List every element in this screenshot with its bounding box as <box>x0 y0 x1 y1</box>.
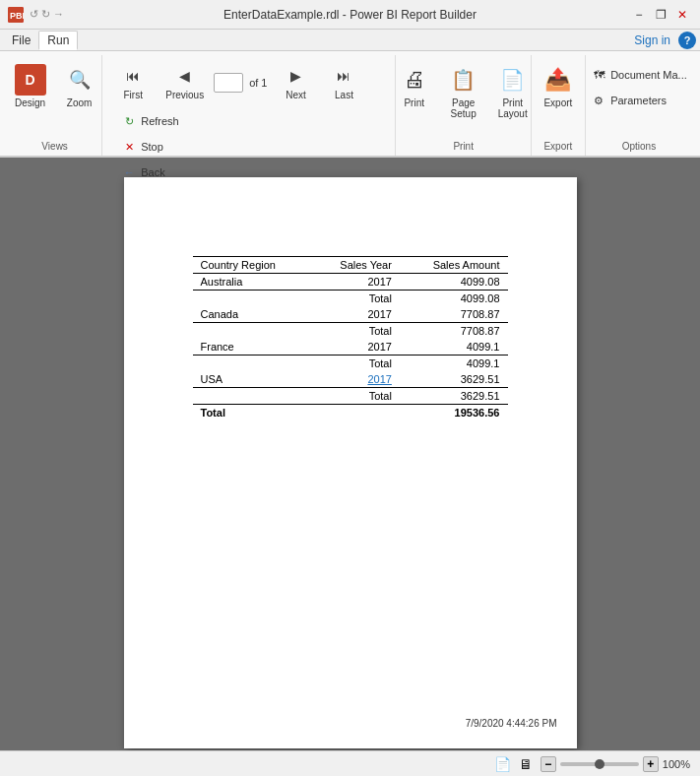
previous-button[interactable]: ◀ Previous <box>159 59 211 105</box>
menu-file[interactable]: File <box>4 32 38 49</box>
status-bar: 📄 🖥 − + 100% <box>0 750 700 776</box>
print-layout-button[interactable]: 📄 Print Layout <box>490 59 536 124</box>
print-label: Print <box>453 139 474 152</box>
refresh-button[interactable]: ↻ Refresh <box>114 109 186 133</box>
table-row: France 2017 4099.1 <box>193 339 508 356</box>
parameters-icon: ⚙ <box>591 93 606 108</box>
grand-total-row: Total 19536.56 <box>193 405 508 421</box>
cell-year: Total <box>311 291 400 307</box>
col-header-year: Sales Year <box>311 257 400 274</box>
last-button[interactable]: ⏭ Last <box>321 59 366 105</box>
first-icon: ⏮ <box>117 64 149 88</box>
report-page: Country Region Sales Year Sales Amount A… <box>124 177 577 748</box>
cell-country: Canada <box>193 306 312 323</box>
page-setup-button[interactable]: 📋 Page Setup <box>441 59 486 124</box>
cell-country <box>193 356 312 372</box>
design-button[interactable]: D Design <box>8 59 53 113</box>
ribbon-group-print: 🖨 Print 📋 Page Setup 📄 Print Layout Prin… <box>396 55 531 156</box>
table-row: Total 4099.1 <box>193 356 508 372</box>
zoom-control: − + 100% <box>541 756 690 772</box>
main-area: Country Region Sales Year Sales Amount A… <box>0 158 700 750</box>
ribbon-group-options: 🗺 Document Ma... ⚙ Parameters Options <box>586 55 692 156</box>
cell-country <box>193 388 312 405</box>
app-icon: PBI <box>8 7 24 23</box>
cell-amount: 7708.87 <box>400 306 508 323</box>
page-icon: 📄 <box>494 756 511 772</box>
cell-country: Australia <box>193 274 312 291</box>
col-header-amount: Sales Amount <box>400 257 508 274</box>
next-icon: ▶ <box>280 64 311 88</box>
sign-in-link[interactable]: Sign in <box>634 33 670 47</box>
document-map-icon: 🗺 <box>591 67 606 83</box>
zoom-button[interactable]: 🔍 Zoom <box>57 59 102 113</box>
report-table: Country Region Sales Year Sales Amount A… <box>193 256 508 420</box>
report-footer: 7/9/2020 4:44:26 PM <box>466 718 557 729</box>
cell-year: 2017 <box>311 306 400 323</box>
nav-arrows-row: ⏮ First ◀ Previous 1 of 1 ▶ Next <box>110 59 366 105</box>
ribbon-group-export: 📤 Export Export <box>532 55 586 156</box>
ribbon-group-views: D Design 🔍 Zoom Views <box>8 55 102 156</box>
table-row: Total 7708.87 <box>193 323 508 340</box>
minimize-button[interactable]: − <box>629 7 649 23</box>
table-row: Total 4099.08 <box>193 291 508 307</box>
table-row: Total 3629.51 <box>193 388 508 405</box>
cell-country <box>193 323 312 340</box>
cell-year: Total <box>311 388 400 405</box>
cell-country: France <box>193 339 312 356</box>
refresh-icon: ↻ <box>121 113 137 129</box>
options-buttons: 🗺 Document Ma... ⚙ Parameters <box>584 59 694 112</box>
window-title: EnterDataExample.rdl - Power BI Report B… <box>223 8 477 22</box>
next-button[interactable]: ▶ Next <box>273 59 318 105</box>
cell-amount: 4099.08 <box>400 274 508 291</box>
cell-amount: 3629.51 <box>400 388 508 405</box>
nav-buttons: ⏮ First ◀ Previous 1 of 1 ▶ Next <box>110 59 387 184</box>
print-icon: 🖨 <box>399 64 430 96</box>
page-number-input[interactable]: 1 <box>214 73 243 93</box>
menu-right: Sign in ? <box>634 32 696 49</box>
grand-total-empty <box>311 405 400 421</box>
document-map-button[interactable]: 🗺 Document Ma... <box>584 63 694 87</box>
table-header-row: Country Region Sales Year Sales Amount <box>193 257 508 274</box>
cell-country: USA <box>193 371 312 388</box>
restore-button[interactable]: ❐ <box>651 7 670 23</box>
export-label: Export <box>543 139 572 152</box>
print-button[interactable]: 🖨 Print <box>392 59 437 113</box>
print-layout-icon: 📄 <box>497 64 529 96</box>
cell-amount: 4099.1 <box>400 356 508 372</box>
ribbon: D Design 🔍 Zoom Views ⏮ First <box>0 51 700 158</box>
design-icon: D <box>15 64 46 96</box>
close-button[interactable]: ✕ <box>672 7 692 23</box>
menu-run[interactable]: Run <box>38 31 78 50</box>
table-row: Australia 2017 4099.08 <box>193 274 508 291</box>
page-setup-icon: 📋 <box>448 64 479 96</box>
page-of-text: of 1 <box>249 77 267 89</box>
cell-amount: 4099.1 <box>400 339 508 356</box>
table-row: Canada 2017 7708.87 <box>193 306 508 323</box>
previous-icon: ◀ <box>169 64 201 88</box>
title-bar-left: PBI ↺ ↻ → <box>8 7 64 23</box>
first-button[interactable]: ⏮ First <box>110 59 156 105</box>
last-icon: ⏭ <box>328 64 359 88</box>
ribbon-group-navigation: ⏮ First ◀ Previous 1 of 1 ▶ Next <box>102 55 396 156</box>
window-controls[interactable]: − ❐ ✕ <box>629 7 692 23</box>
options-label: Options <box>622 139 656 152</box>
table-row: USA 2017 3629.51 <box>193 371 508 388</box>
stop-icon: ✕ <box>121 139 137 155</box>
help-button[interactable]: ? <box>678 32 696 49</box>
menu-bar: File Run Sign in ? <box>0 30 700 51</box>
zoom-plus-button[interactable]: + <box>643 756 659 772</box>
views-buttons: D Design 🔍 Zoom <box>8 59 102 139</box>
print-buttons: 🖨 Print 📋 Page Setup 📄 Print Layout <box>392 59 536 139</box>
zoom-minus-button[interactable]: − <box>541 756 556 772</box>
cell-year[interactable]: 2017 <box>311 371 400 388</box>
col-header-country: Country Region <box>193 257 312 274</box>
zoom-icon: 🔍 <box>64 64 95 96</box>
cell-amount: 3629.51 <box>400 371 508 388</box>
zoom-slider-thumb[interactable] <box>595 759 605 769</box>
export-button[interactable]: 📤 Export <box>536 59 581 113</box>
zoom-slider[interactable] <box>560 762 639 766</box>
zoom-percent: 100% <box>663 758 690 770</box>
export-icon: 📤 <box>542 64 574 96</box>
stop-button[interactable]: ✕ Stop <box>114 135 186 159</box>
parameters-button[interactable]: ⚙ Parameters <box>584 89 694 112</box>
